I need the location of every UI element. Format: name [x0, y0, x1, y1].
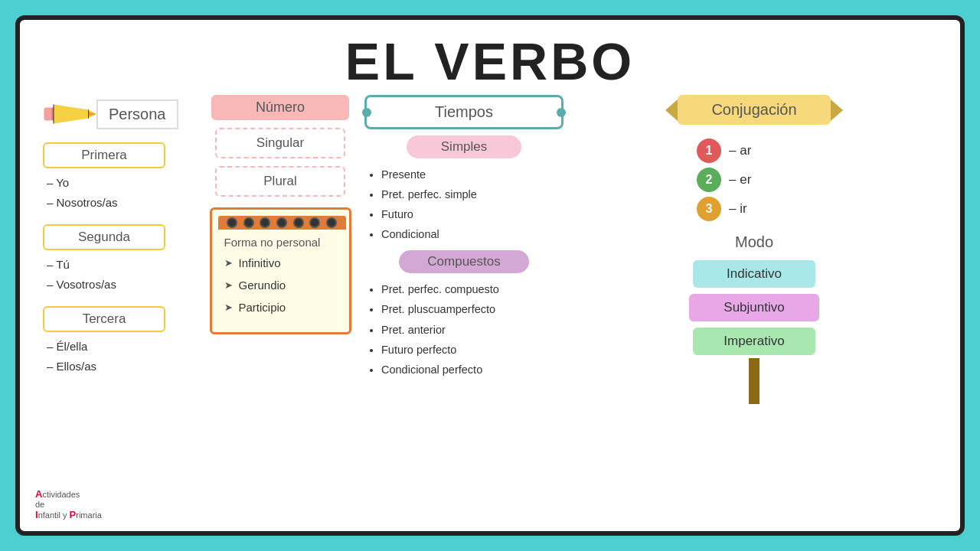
numero-column: Número Singular Plural Forma no personal… — [204, 95, 357, 516]
gerundio-item: Gerundio — [224, 279, 340, 292]
notebook: Forma no personal Infinitivo Gerundio Pa… — [210, 207, 351, 334]
conj-item-ir: 3 – ir — [697, 197, 812, 221]
conj-text-ar: – ar — [729, 143, 751, 158]
primera-items: – Yo – Nosotros/as — [47, 173, 118, 212]
content-area: Persona Primera – Yo – Nosotros/as Segun… — [43, 95, 937, 516]
compuestos-item-3: Futuro perfecto — [381, 340, 564, 360]
imperativo-sign: Imperativo — [693, 328, 815, 355]
tiempos-banner: Tiempos — [364, 95, 564, 129]
segunda-box: Segunda — [43, 224, 165, 250]
compuestos-item-4: Condicional perfecto — [381, 360, 564, 380]
conjugacion-column: Conjugación 1 – ar 2 – er 3 – ir Modo — [571, 95, 937, 516]
svg-rect-0 — [44, 108, 52, 121]
subjuntivo-sign: Subjuntivo — [689, 294, 819, 321]
numero-banner: Número — [211, 95, 349, 120]
svg-marker-2 — [54, 104, 89, 123]
notebook-rings — [218, 216, 346, 230]
tercera-box: Tercera — [43, 306, 165, 332]
participio-item: Participio — [224, 301, 340, 314]
persona-label: Persona — [96, 99, 178, 129]
ring-5 — [293, 217, 304, 228]
page-title: EL VERBO — [43, 35, 937, 87]
primera-box: Primera — [43, 142, 165, 168]
conj-text-er: – er — [729, 172, 751, 187]
pencil-icon — [43, 95, 96, 133]
compuestos-banner: Compuestos — [399, 250, 529, 273]
simples-item-3: Condicional — [381, 224, 564, 244]
simples-list: Presente Pret. perfec. simple Futuro Con… — [364, 165, 564, 244]
simples-item-1: Pret. perfec. simple — [381, 184, 564, 204]
conj-circle-2: 2 — [697, 168, 721, 192]
compuestos-list: Pret. perfec. compuesto Pret. pluscuampe… — [364, 279, 564, 379]
ring-2 — [243, 217, 254, 228]
compuestos-item-0: Pret. perfec. compuesto — [381, 279, 564, 299]
ring-1 — [227, 217, 237, 228]
conj-item-ar: 1 – ar — [697, 139, 812, 163]
persona-header: Persona — [43, 95, 178, 133]
infinitivo-item: Infinitivo — [224, 256, 340, 269]
modo-signpost: Indicativo Subjuntivo Imperativo — [689, 257, 819, 404]
footer-logo: Actividades de Infantil y Primaria — [35, 488, 102, 520]
compuestos-item-1: Pret. pluscuamperfecto — [381, 299, 564, 319]
plural-box: Plural — [215, 166, 345, 197]
simples-banner: Simples — [407, 135, 521, 158]
segunda-items: – Tú – Vosotros/as — [47, 255, 116, 294]
simples-item-0: Presente — [381, 165, 564, 184]
tiempos-column: Tiempos Simples Presente Pret. perfec. s… — [364, 95, 564, 516]
conj-text-ir: – ir — [729, 201, 747, 217]
conj-item-er: 2 – er — [697, 168, 812, 192]
tercera-items: – Él/ella – Ellos/as — [47, 337, 96, 376]
simples-item-2: Futuro — [381, 204, 564, 224]
main-container: EL VERBO Persona — [15, 15, 965, 536]
ring-6 — [309, 217, 320, 228]
modo-post — [749, 358, 760, 404]
conjugacion-banner: Conjugación — [678, 95, 831, 125]
compuestos-item-2: Pret. anterior — [381, 320, 564, 340]
modo-title: Modo — [735, 233, 773, 251]
ring-3 — [260, 217, 270, 228]
modo-section: Modo Indicativo Subjuntivo Imperativo — [571, 233, 937, 404]
singular-box: Singular — [215, 128, 345, 158]
conj-circle-3: 3 — [697, 197, 721, 221]
ring-4 — [276, 217, 287, 228]
forma-no-personal-title: Forma no personal — [224, 236, 340, 249]
persona-column: Persona Primera – Yo – Nosotros/as Segun… — [43, 95, 196, 516]
indicativo-sign: Indicativo — [693, 260, 815, 288]
conj-circle-1: 1 — [697, 139, 721, 163]
conjugacion-items: 1 – ar 2 – er 3 – ir — [697, 139, 812, 221]
ring-7 — [326, 217, 337, 228]
